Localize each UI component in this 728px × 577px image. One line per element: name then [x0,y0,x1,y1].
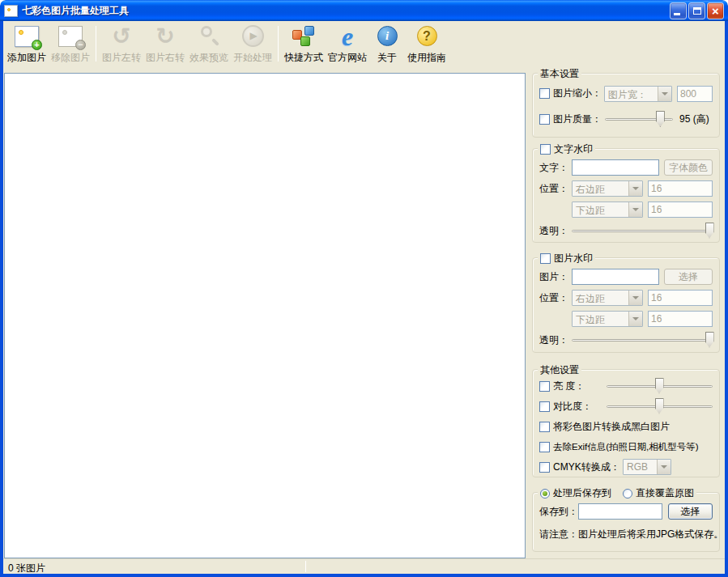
text-v-margin-field[interactable] [648,202,713,218]
remove-images-button[interactable]: − 移除图片 [49,22,92,66]
cmyk-select[interactable]: RGB [623,459,671,475]
info-icon: i [377,26,398,46]
grayscale-checkbox[interactable] [539,422,550,432]
slider-thumb[interactable] [655,398,664,414]
chevron-down-icon [628,291,642,305]
play-icon: ▶ [242,25,264,47]
contrast-checkbox[interactable] [539,401,550,412]
minimize-button[interactable] [670,2,687,19]
slider-thumb[interactable] [655,378,664,394]
chevron-down-icon [628,202,642,217]
image-v-margin-field[interactable] [648,311,713,327]
watermark-text-field[interactable] [572,159,659,176]
other-settings-group: 其他设置 亮 度： 对比度： 将彩色图片转换成黑白图片 去除Exif信息(拍照日… [532,369,720,477]
image-v-position-select[interactable]: 下边距 [572,311,643,327]
group-title: 其他设置 [540,363,579,377]
quality-value-label: 95 (高) [679,112,709,126]
save-path-select-button[interactable]: 选择 [668,503,713,520]
text-watermark-checkbox[interactable] [540,144,551,155]
image-alpha-slider[interactable] [572,332,713,349]
maximize-icon [693,7,701,15]
question-icon: ? [417,26,437,46]
window-border [725,21,728,577]
window-border [0,574,728,577]
note-text: 请注意：图片处理后将采用JPG格式保存。 [539,528,713,541]
toolbar-separator [278,26,279,62]
close-button[interactable]: × [707,2,724,19]
remove-exif-checkbox[interactable] [539,442,550,452]
add-images-button[interactable]: + 添加图片 [5,22,49,66]
minus-badge-icon: − [75,40,86,50]
contrast-slider[interactable] [607,398,713,415]
preview-button[interactable]: 效果预览 [187,22,231,66]
statusbar-divider [305,561,306,572]
status-bar: 0 张图片 [3,558,725,574]
maximize-button[interactable] [688,2,705,19]
basic-settings-group: 基本设置 图片缩小： 图片宽： 图片质量： 95 (高) [532,73,720,138]
app-icon [4,5,18,17]
chevron-down-icon [628,181,642,196]
process-button[interactable]: ▶ 开始处理 [231,22,275,66]
chevron-down-icon [658,87,671,101]
title-bar: 七彩色图片批量处理工具 × [0,0,728,21]
text-watermark-group: 文字水印 文字： 字体颜色 位置： 右边距 下边距 透明： [532,148,720,243]
ie-icon: e [342,24,353,49]
close-icon: × [708,3,723,19]
watermark-image-select-button[interactable]: 选择 [664,269,713,285]
chevron-down-icon [657,460,671,474]
window-title: 七彩色图片批量处理工具 [22,4,670,18]
text-h-margin-field[interactable] [648,180,713,197]
save-path-field[interactable] [578,503,662,520]
rotate-left-button[interactable]: ↺ 图片左转 [100,22,143,66]
about-button[interactable]: i 关于 [369,22,405,66]
font-color-button[interactable]: 字体颜色 [664,159,713,176]
rotate-right-button[interactable]: ↻ 图片右转 [143,22,187,66]
save-group: 处理后保存到 直接覆盖原图 保存到： 选择 请注意：图片处理后将采用JPG格式保… [532,492,720,552]
slider-thumb[interactable] [656,111,665,127]
resize-width-field[interactable] [677,86,713,102]
cubes-icon [291,24,317,49]
text-h-position-select[interactable]: 右边距 [572,180,643,197]
shortcut-button[interactable]: 快捷方式 [282,22,326,66]
remove-image-icon: − [58,26,83,47]
toolbar: + 添加图片 − 移除图片 ↺ 图片左转 ↻ 图片右转 效果预览 ▶ 开始处理 [3,21,725,68]
window-border [0,21,3,577]
rotate-right-icon: ↻ [155,24,174,49]
slider-thumb[interactable] [705,332,714,348]
minimize-icon [674,13,680,15]
text-alpha-slider[interactable] [572,223,713,240]
text-v-position-select[interactable]: 下边距 [572,202,643,218]
overwrite-radio[interactable] [623,489,632,499]
rotate-left-icon: ↺ [112,24,130,49]
group-title: 文字水印 [554,142,593,156]
slider-thumb[interactable] [705,223,714,239]
website-button[interactable]: e 官方网站 [326,22,369,66]
brightness-slider[interactable] [607,378,713,395]
quality-slider[interactable] [605,111,673,128]
group-title: 图片水印 [554,252,593,265]
toolbar-separator [96,26,96,62]
resize-mode-select[interactable]: 图片宽： [604,86,672,102]
add-image-icon: + [15,26,39,47]
resize-checkbox[interactable] [539,88,550,99]
image-h-margin-field[interactable] [648,290,713,306]
image-watermark-checkbox[interactable] [540,253,551,264]
plus-badge-icon: + [32,40,42,50]
quality-checkbox[interactable] [539,114,550,125]
resize-grip[interactable] [721,570,722,571]
save-to-radio[interactable] [540,489,550,499]
group-title: 基本设置 [540,67,579,81]
brightness-checkbox[interactable] [539,381,550,392]
image-h-position-select[interactable]: 右边距 [572,290,643,306]
chevron-down-icon [628,312,642,326]
watermark-image-field[interactable] [572,269,659,285]
image-list[interactable] [4,73,526,558]
cmyk-checkbox[interactable] [539,462,550,473]
image-watermark-group: 图片水印 图片： 选择 位置： 右边距 下边距 透明： [532,257,720,353]
guide-button[interactable]: ? 使用指南 [405,22,449,66]
magnifier-icon [197,24,221,49]
app-window: 七彩色图片批量处理工具 × + 添加图片 − 移除图片 ↺ 图片左转 [0,0,728,577]
